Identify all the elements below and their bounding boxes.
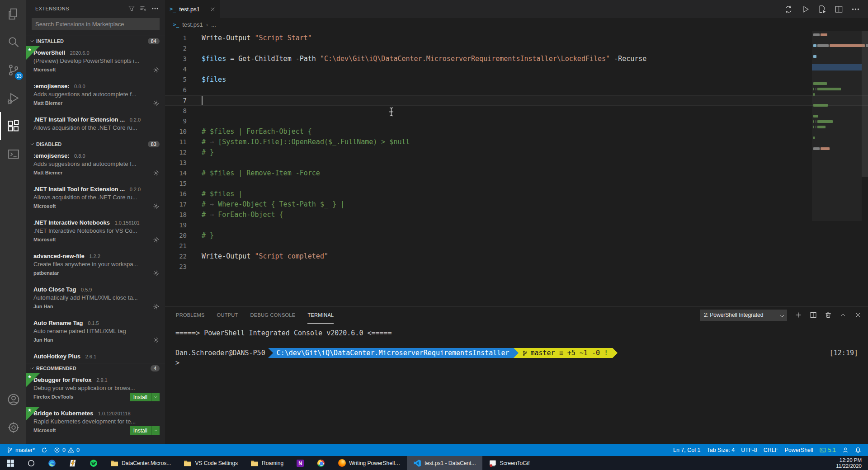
problems-status[interactable]: 0 0 [51,444,83,456]
taskbar-item-folder-datacenter[interactable]: DataCenter.Micros... [104,456,177,470]
code-line-2[interactable]: 2 [165,43,868,54]
code-line-6[interactable]: 6 [165,85,868,95]
manage-extension-gear-icon[interactable] [153,337,160,343]
extension-item[interactable]: ★ PowerShell 2020.6.0 (Preview) Develop … [26,46,165,80]
code-line-10[interactable]: 10 # $files | ForEach-Object { [165,127,868,137]
scrollbar-slider[interactable] [862,31,868,177]
more-actions-icon[interactable] [851,5,860,14]
taskbar-item-screentogif[interactable]: ScreenToGif [482,456,536,470]
code-line-14[interactable]: 14 # $files | Remove-Item -Force [165,168,868,179]
run-file-icon[interactable] [818,5,826,14]
code-line-16[interactable]: 16 # $files | [165,189,868,199]
code-line-22[interactable]: 22 Write-Output "Script completed" [165,251,868,262]
manage-extension-gear-icon[interactable] [153,169,160,176]
editor-scrollbar[interactable] [862,31,868,306]
code-line-11[interactable]: 11 # → [System.IO.File]::OpenRead($_.Ful… [165,137,868,147]
code-line-4[interactable]: 4 [165,64,868,75]
code-line-23[interactable]: 23 [165,262,868,272]
taskbar-item-spotify[interactable] [83,456,104,470]
filter-icon[interactable] [128,5,135,12]
breadcrumb-symbol[interactable]: ... [211,21,216,28]
panel-tab-problems[interactable]: PROBLEMS [176,306,205,324]
cursor-position[interactable]: Ln 7, Col 1 [670,447,703,453]
extension-item[interactable]: advanced-new-file 1.2.2 Create files any… [26,249,165,283]
manage-extension-gear-icon[interactable] [153,100,160,107]
taskbar-item-edge[interactable] [42,456,62,470]
split-editor-icon[interactable] [835,5,843,14]
code-line-8[interactable]: 8 [165,106,868,116]
search-input[interactable] [32,21,160,28]
code-line-15[interactable]: 15 [165,179,868,189]
taskbar-item-vscode[interactable]: test.ps1 - DataCent... [407,456,482,470]
taskbar-item-search[interactable] [21,456,42,470]
powershell-session[interactable]: 5.1 [816,447,839,453]
section-header-installed[interactable]: INSTALLED 84 [26,36,165,46]
extension-item[interactable]: :emojisense: 0.8.0 Adds suggestions and … [26,80,165,113]
taskbar-item-firefox[interactable]: Writing PowerShell ... [331,456,407,470]
activity-item-source-control[interactable]: 33 [0,56,26,84]
breadcrumb-file[interactable]: test.ps1 [182,21,203,28]
extension-item[interactable]: Auto Rename Tag 0.1.5 Auto rename paired… [26,316,165,350]
split-terminal-icon[interactable] [810,311,817,319]
extension-item[interactable]: .NET Install Tool for Extension ... 0.2.… [26,113,165,139]
sync-status[interactable] [38,444,51,456]
new-terminal-icon[interactable] [795,311,802,319]
extension-item[interactable]: ★ Debugger for Firefox 2.9.1 Debug your … [26,373,165,407]
eol-sequence[interactable]: CRLF [760,447,782,453]
activity-item-run-debug[interactable] [0,84,26,112]
code-line-12[interactable]: 12 # } [165,147,868,158]
extension-item[interactable]: .NET Interactive Notebooks 1.0.156101 .N… [26,216,165,249]
activity-item-extensions[interactable] [0,112,26,140]
manage-extension-gear-icon[interactable] [153,236,160,243]
manage-extension-gear-icon[interactable] [153,270,160,277]
terminal-selector-dropdown[interactable]: 2: PowerShell Integrated [700,310,787,321]
activity-item-explorer[interactable] [0,0,26,28]
indentation[interactable]: Tab Size: 4 [703,447,738,453]
extension-item[interactable]: Auto Close Tag 0.5.9 Automatically add H… [26,283,165,316]
taskbar-clock[interactable]: 12:20 PM 11/22/2020 [830,457,868,469]
code-line-5[interactable]: 5 $files [165,75,868,85]
extension-item[interactable]: :emojisense: 0.8.0 Adds suggestions and … [26,149,165,183]
activity-item-account[interactable] [0,385,26,414]
code-line-20[interactable]: 20 # } [165,230,868,241]
open-changes-icon[interactable] [784,5,793,14]
install-dropdown-icon[interactable] [151,393,160,401]
notifications-bell-icon[interactable] [852,447,864,453]
code-line-21[interactable]: 21 [165,241,868,251]
feedback-icon[interactable] [839,447,852,453]
run-icon[interactable] [801,5,810,14]
section-header-recommended[interactable]: RECOMMENDED 4 [26,363,165,373]
panel-tab-terminal[interactable]: TERMINAL [307,306,334,324]
panel-tab-debug-console[interactable]: DEBUG CONSOLE [250,306,296,324]
language-mode[interactable]: PowerShell [781,447,816,453]
taskbar-item-folder-roaming[interactable]: Roaming [244,456,290,470]
manage-extension-gear-icon[interactable] [153,303,160,310]
code-line-19[interactable]: 19 [165,220,868,230]
manage-extension-gear-icon[interactable] [153,66,160,73]
tab-test-ps1[interactable]: >_ test.ps1 [165,0,220,18]
manage-extension-gear-icon[interactable] [153,203,160,210]
branch-status[interactable]: master* [4,444,38,456]
activity-item-settings[interactable] [0,414,26,442]
code-line-7[interactable]: 7 [165,95,868,106]
close-panel-icon[interactable] [854,311,862,319]
more-actions-icon[interactable] [151,5,159,12]
install-button[interactable]: Install [130,393,160,401]
taskbar-item-onenote[interactable]: N [290,456,311,470]
code-line-3[interactable]: 3 $files = Get-ChildItem -Path "C:\dev\G… [165,54,868,64]
code-editor[interactable]: 1 Write-Output "Script Start" 2 3 $files… [165,31,868,306]
section-header-disabled[interactable]: DISABLED 83 [26,139,165,149]
maximize-panel-icon[interactable] [840,311,847,319]
extension-item[interactable]: AutoHotkey Plus 2.6.1 [26,350,165,363]
taskbar-item-folder-vscode-settings[interactable]: VS Code Settings [177,456,244,470]
terminal[interactable]: =====> PowerShell Integrated Console v20… [165,324,868,444]
install-button[interactable]: Install [130,426,160,435]
encoding[interactable]: UTF-8 [738,447,760,453]
code-line-1[interactable]: 1 Write-Output "Script Start" [165,33,868,43]
kill-terminal-icon[interactable] [825,311,832,319]
activity-item-console-view[interactable] [0,140,26,168]
panel-tab-output[interactable]: OUTPUT [217,306,238,324]
extension-item[interactable]: ★ Bridge to Kubernetes 1.0.120201118 Rap… [26,407,165,440]
minimap[interactable] [812,31,862,221]
clear-results-icon[interactable] [140,5,147,12]
